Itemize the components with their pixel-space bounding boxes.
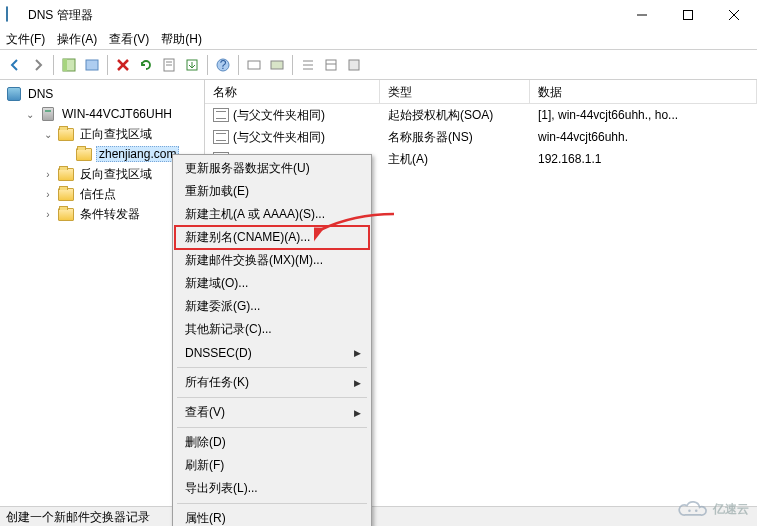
col-name[interactable]: 名称 — [205, 80, 380, 103]
svg-rect-20 — [326, 60, 336, 70]
menu-other-new[interactable]: 其他新记录(C)... — [175, 318, 369, 341]
svg-rect-1 — [684, 11, 693, 20]
tree-root[interactable]: DNS — [2, 84, 202, 104]
maximize-button[interactable] — [665, 0, 711, 30]
export-list-button[interactable] — [181, 54, 203, 76]
properties-button[interactable] — [158, 54, 180, 76]
col-data[interactable]: 数据 — [530, 80, 757, 103]
svg-point-23 — [688, 509, 691, 512]
back-button[interactable] — [4, 54, 26, 76]
menu-separator — [177, 427, 367, 428]
tool-btn-2[interactable] — [266, 54, 288, 76]
menu-help[interactable]: 帮助(H) — [161, 31, 202, 48]
close-button[interactable] — [711, 0, 757, 30]
folder-icon — [58, 166, 74, 182]
window-title: DNS 管理器 — [28, 7, 619, 24]
record-icon — [213, 130, 229, 144]
expand-icon[interactable]: › — [42, 209, 54, 220]
delete-button[interactable] — [112, 54, 134, 76]
menu-separator — [177, 367, 367, 368]
menu-dnssec[interactable]: DNSSEC(D)▶ — [175, 341, 369, 364]
list-item[interactable]: (与父文件夹相同) 起始授权机构(SOA) [1], win-44vcjt66u… — [205, 104, 757, 126]
menu-new-mx[interactable]: 新建邮件交换器(MX)(M)... — [175, 249, 369, 272]
show-hide-tree-button[interactable] — [58, 54, 80, 76]
svg-rect-22 — [349, 60, 359, 70]
submenu-arrow-icon: ▶ — [354, 348, 361, 358]
forward-button[interactable] — [27, 54, 49, 76]
tool-btn-4[interactable] — [320, 54, 342, 76]
help-button[interactable]: ? — [212, 54, 234, 76]
minimize-button[interactable] — [619, 0, 665, 30]
menu-refresh[interactable]: 刷新(F) — [175, 454, 369, 477]
menu-properties[interactable]: 属性(R) — [175, 507, 369, 526]
list-item[interactable]: (与父文件夹相同) 名称服务器(NS) win-44vcjt66uhh. — [205, 126, 757, 148]
expand-icon[interactable]: › — [42, 169, 54, 180]
menu-separator — [177, 397, 367, 398]
refresh-button[interactable] — [135, 54, 157, 76]
menu-new-delegation[interactable]: 新建委派(G)... — [175, 295, 369, 318]
menu-delete[interactable]: 删除(D) — [175, 431, 369, 454]
tool-btn-3[interactable] — [297, 54, 319, 76]
menu-update-data[interactable]: 更新服务器数据文件(U) — [175, 157, 369, 180]
folder-icon — [58, 206, 74, 222]
submenu-arrow-icon: ▶ — [354, 408, 361, 418]
svg-point-24 — [695, 509, 698, 512]
collapse-icon[interactable]: ⌄ — [42, 129, 54, 140]
menu-all-tasks[interactable]: 所有任务(K)▶ — [175, 371, 369, 394]
tool-btn-1[interactable] — [243, 54, 265, 76]
svg-rect-16 — [271, 61, 283, 69]
menu-view[interactable]: 查看(V)▶ — [175, 401, 369, 424]
menu-reload[interactable]: 重新加载(E) — [175, 180, 369, 203]
menu-export-list[interactable]: 导出列表(L)... — [175, 477, 369, 500]
folder-icon — [76, 146, 92, 162]
cloud-icon — [675, 498, 709, 520]
menu-action[interactable]: 操作(A) — [57, 31, 97, 48]
folder-icon — [58, 126, 74, 142]
expand-icon[interactable]: › — [42, 189, 54, 200]
app-icon — [6, 7, 22, 23]
menu-file[interactable]: 文件(F) — [6, 31, 45, 48]
submenu-arrow-icon: ▶ — [354, 378, 361, 388]
svg-rect-6 — [86, 60, 98, 70]
menu-view[interactable]: 查看(V) — [109, 31, 149, 48]
col-type[interactable]: 类型 — [380, 80, 530, 103]
svg-rect-5 — [63, 59, 67, 71]
menu-new-domain[interactable]: 新建域(O)... — [175, 272, 369, 295]
tree-server[interactable]: ⌄ WIN-44VCJT66UHH — [2, 104, 202, 124]
collapse-icon[interactable]: ⌄ — [24, 109, 36, 120]
export-button[interactable] — [81, 54, 103, 76]
svg-rect-15 — [248, 61, 260, 69]
tool-btn-5[interactable] — [343, 54, 365, 76]
context-menu: 更新服务器数据文件(U) 重新加载(E) 新建主机(A 或 AAAA)(S)..… — [172, 154, 372, 526]
menu-new-host[interactable]: 新建主机(A 或 AAAA)(S)... — [175, 203, 369, 226]
menu-new-cname[interactable]: 新建别名(CNAME)(A)... — [175, 226, 369, 249]
svg-text:?: ? — [220, 58, 227, 72]
dns-root-icon — [6, 86, 22, 102]
menu-separator — [177, 503, 367, 504]
watermark: 亿速云 — [675, 498, 749, 520]
tree-forward-zone[interactable]: ⌄ 正向查找区域 — [2, 124, 202, 144]
record-icon — [213, 108, 229, 122]
status-bar: 创建一个新邮件交换器记录 — [0, 506, 757, 526]
folder-icon — [58, 186, 74, 202]
server-icon — [40, 106, 56, 122]
